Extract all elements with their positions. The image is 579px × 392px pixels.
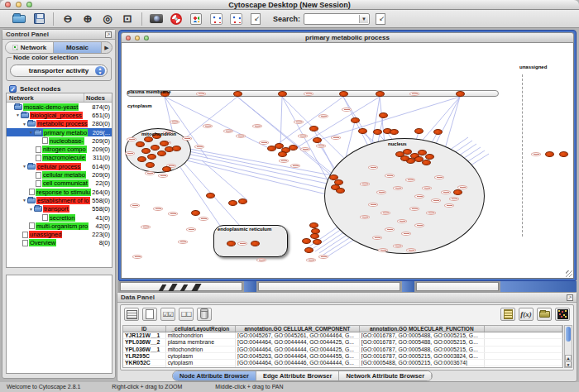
- gene-label[interactable]: [531, 152, 541, 156]
- edge[interactable]: [176, 149, 333, 180]
- gene-label[interactable]: [409, 92, 419, 96]
- new-attribute-icon[interactable]: [142, 308, 157, 321]
- gene-label[interactable]: [434, 175, 444, 179]
- column-header[interactable]: ID: [123, 326, 166, 332]
- gene-label[interactable]: [385, 227, 395, 232]
- gene-label[interactable]: [342, 108, 352, 112]
- gene-node[interactable]: [304, 247, 313, 253]
- gene-label[interactable]: [298, 134, 308, 138]
- zoom-selected-icon[interactable]: ◎: [100, 12, 115, 26]
- import-attributes-icon[interactable]: [537, 308, 552, 321]
- gene-label[interactable]: [252, 124, 262, 128]
- gene-label[interactable]: [178, 240, 188, 244]
- gene-node[interactable]: [228, 200, 237, 206]
- gene-node[interactable]: [160, 141, 169, 146]
- table-row[interactable]: YPL036W__2plasma membrane[GO:0044464, GO…: [123, 339, 562, 346]
- gene-node[interactable]: [289, 145, 298, 151]
- gene-node[interactable]: [144, 136, 153, 142]
- gene-label[interactable]: [422, 186, 432, 190]
- gene-node[interactable]: [376, 91, 385, 97]
- tree-row[interactable]: ▼primary metabo209(...: [7, 128, 112, 136]
- tab-network[interactable]: Network: [6, 42, 54, 53]
- table-row[interactable]: YLR295Ccytoplasm[GO:0045263, GO:0044464,…: [123, 353, 562, 360]
- search-options-icon[interactable]: [373, 12, 388, 26]
- expand-arrow-icon[interactable]: ▼: [28, 130, 34, 135]
- gene-node[interactable]: [302, 238, 311, 244]
- gene-label[interactable]: [372, 236, 382, 240]
- matrix-view-icon[interactable]: [555, 308, 570, 321]
- gene-label[interactable]: [130, 203, 140, 208]
- select-nodes-option[interactable]: ✓ Select nodes: [9, 85, 115, 93]
- gene-label[interactable]: [259, 141, 269, 145]
- tab-overflow-icon[interactable]: ▶: [102, 45, 112, 51]
- gene-label[interactable]: [203, 124, 213, 128]
- gene-label[interactable]: [318, 255, 328, 259]
- gene-label[interactable]: [186, 227, 196, 232]
- tree-row[interactable]: response to stimulu264(0): [7, 188, 112, 196]
- tree-row[interactable]: Overview8(0): [7, 239, 112, 247]
- tree-header[interactable]: Network Nodes: [7, 93, 112, 103]
- zoom-out-icon[interactable]: ⊖: [60, 12, 75, 26]
- search-dropdown-icon[interactable]: ▼: [359, 15, 368, 23]
- gene-label[interactable]: [132, 255, 142, 259]
- gene-label[interactable]: [401, 232, 411, 236]
- gene-label[interactable]: [127, 137, 136, 141]
- tree-row[interactable]: unassigned223(0): [7, 230, 112, 238]
- dropdown-arrows-icon[interactable]: ▲▼: [95, 66, 105, 75]
- expand-arrow-icon[interactable]: ▼: [22, 122, 27, 127]
- edge[interactable]: [173, 157, 330, 195]
- expand-arrow-icon[interactable]: ▼: [28, 207, 34, 212]
- gene-node[interactable]: [172, 146, 181, 151]
- expand-arrow-icon[interactable]: ▼: [22, 164, 27, 169]
- tree-row[interactable]: secretion41(0): [7, 213, 112, 222]
- gene-node[interactable]: [313, 239, 322, 245]
- gene-label[interactable]: [360, 215, 370, 219]
- gene-node[interactable]: [379, 112, 388, 118]
- help-icon[interactable]: [169, 12, 184, 26]
- gene-label[interactable]: [441, 190, 451, 194]
- notes-icon[interactable]: [500, 308, 515, 321]
- gene-label[interactable]: [170, 120, 179, 124]
- gene-label[interactable]: [318, 114, 328, 118]
- gene-label[interactable]: [223, 129, 233, 133]
- gene-node[interactable]: [206, 193, 215, 198]
- attribute-table-icon[interactable]: [124, 308, 139, 321]
- gene-label[interactable]: [237, 241, 247, 246]
- tab-node-attribute-browser[interactable]: Node Attribute Browser: [173, 371, 256, 380]
- gene-label[interactable]: [378, 248, 388, 252]
- column-header[interactable]: [485, 326, 562, 332]
- gene-node[interactable]: [238, 198, 247, 204]
- gene-label[interactable]: [406, 248, 416, 252]
- table-row[interactable]: YJR121W__1mitochondrion[GO:0045267, GO:0…: [123, 332, 562, 339]
- gene-node[interactable]: [418, 150, 427, 155]
- table-row[interactable]: YKR052Ccytoplasm[GO:0044464, GO:0044446,…: [123, 360, 562, 366]
- gene-label[interactable]: [236, 134, 246, 138]
- gene-node[interactable]: [141, 148, 151, 154]
- annotation-icon[interactable]: [248, 12, 263, 26]
- network-canvas[interactable]: plasma membranecytoplasmmitochondrionnuc…: [121, 43, 574, 279]
- function-builder-icon[interactable]: f(x): [519, 308, 534, 321]
- column-header[interactable]: annotation.GO CELLULAR_COMPONENT: [236, 326, 360, 332]
- gene-node[interactable]: [453, 189, 462, 195]
- gene-label[interactable]: [426, 211, 436, 215]
- gene-label[interactable]: [125, 151, 135, 155]
- gene-node[interactable]: [309, 126, 318, 131]
- tree-row[interactable]: nitrogen compo209(0): [7, 145, 112, 153]
- gene-label[interactable]: [444, 203, 454, 208]
- float-panel-icon[interactable]: ↗: [567, 294, 573, 301]
- gene-label[interactable]: [141, 225, 151, 229]
- table-scrollbar[interactable]: ▲ ▼: [564, 325, 572, 368]
- background-window[interactable]: [416, 282, 499, 291]
- gene-node[interactable]: [373, 129, 382, 135]
- gene-node[interactable]: [456, 91, 465, 97]
- tree-row[interactable]: ▼establishment of lo558(0): [7, 196, 112, 204]
- gene-label[interactable]: [279, 159, 289, 163]
- table-row[interactable]: YPL036W__1mitochondrion[GO:0044464, GO:0…: [123, 347, 562, 353]
- gene-label[interactable]: [409, 207, 419, 211]
- tree-row[interactable]: ▼cellular process614(0): [7, 162, 112, 170]
- gene-node[interactable]: [545, 151, 554, 157]
- tree-row[interactable]: cell communicat22(0): [7, 179, 112, 188]
- gene-label[interactable]: [414, 223, 424, 227]
- zoom-fit-icon[interactable]: ⊡: [120, 12, 135, 26]
- background-window-edge[interactable]: [500, 281, 577, 292]
